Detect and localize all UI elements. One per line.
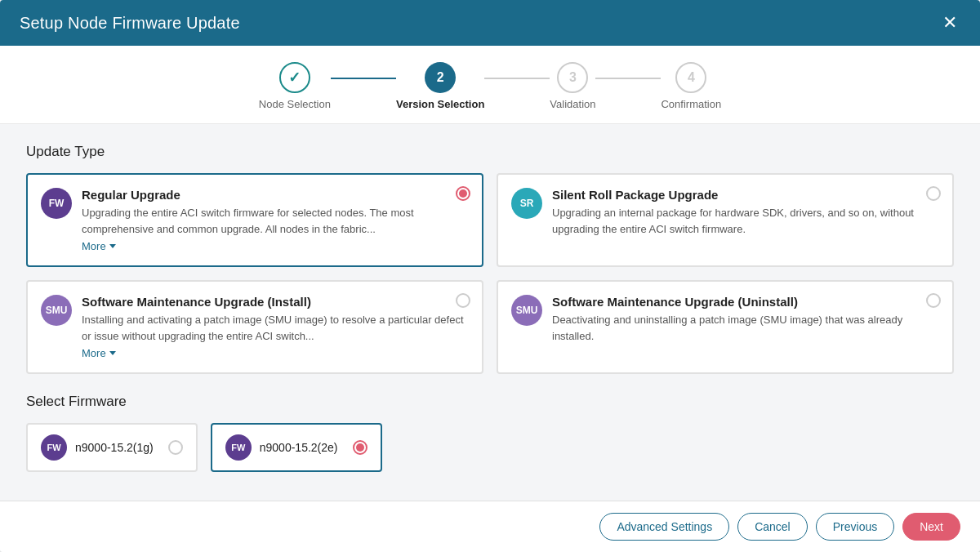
firmware-1-label: n9000-15.2(1g) (75, 441, 154, 454)
card-silent-radio[interactable] (926, 186, 941, 201)
card-smu-install-more[interactable]: More (82, 347, 469, 359)
step-2-label: Version Selection (396, 98, 484, 110)
firmware-2-radio-inner (356, 443, 364, 452)
step-4-label: Confirmation (661, 98, 721, 110)
step-3-label: Validation (550, 98, 595, 110)
advanced-settings-button[interactable]: Advanced Settings (599, 513, 729, 541)
card-silent-roll[interactable]: SR Silent Roll Package Upgrade Upgrading… (497, 173, 954, 267)
card-silent-title: Silent Roll Package Upgrade (552, 188, 939, 202)
card-smu-install-radio[interactable] (456, 293, 470, 308)
firmware-1-radio[interactable] (168, 440, 183, 455)
close-button[interactable]: ✕ (939, 11, 960, 35)
step-4-circle: 4 (675, 62, 706, 93)
stepper: ✓ Node Selection 2 Version Selection 3 V… (259, 62, 721, 110)
card-smu-install[interactable]: SMU Software Maintenance Upgrade (Instal… (26, 280, 483, 374)
step-3: 3 Validation (550, 62, 595, 110)
card-smu-uninstall[interactable]: SMU Software Maintenance Upgrade (Uninst… (497, 280, 954, 374)
update-type-grid: FW Regular Upgrade Upgrading the entire … (26, 173, 954, 374)
card-smu-install-title: Software Maintenance Upgrade (Install) (82, 295, 469, 309)
firmware-2-label: n9000-15.2(2e) (260, 441, 338, 454)
firmware-section: Select Firmware FW n9000-15.2(1g) FW n90… (26, 394, 954, 472)
card-smu-install-body: Software Maintenance Upgrade (Install) I… (82, 295, 469, 359)
card-regular-upgrade[interactable]: FW Regular Upgrade Upgrading the entire … (26, 173, 483, 267)
modal-header: Setup Node Firmware Update ✕ (0, 0, 980, 46)
card-smu-install-icon: SMU (41, 295, 72, 326)
connector-1-2 (331, 78, 396, 79)
firmware-2-radio[interactable] (353, 440, 368, 455)
step-4: 4 Confirmation (661, 62, 721, 110)
card-regular-radio[interactable] (456, 186, 470, 201)
radio-outer-silent (926, 186, 941, 201)
radio-outer (456, 186, 470, 201)
firmware-section-title: Select Firmware (26, 394, 954, 410)
card-silent-icon: SR (511, 188, 542, 219)
card-smu-install-desc: Installing and activating a patch image … (82, 312, 469, 344)
more-chevron-icon (109, 244, 116, 248)
previous-button[interactable]: Previous (816, 513, 894, 541)
step-1-circle: ✓ (279, 62, 310, 93)
modal-footer: Advanced Settings Cancel Previous Next (0, 501, 980, 552)
firmware-item-2[interactable]: FW n9000-15.2(2e) (211, 423, 382, 472)
card-smu-uninstall-body: Software Maintenance Upgrade (Uninstall)… (552, 295, 939, 344)
firmware-list: FW n9000-15.2(1g) FW n9000-15.2(2e) (26, 423, 954, 472)
step-3-circle: 3 (557, 62, 588, 93)
connector-2-3 (484, 78, 550, 79)
radio-outer-smu-uninstall (926, 293, 941, 308)
step-1-check: ✓ (288, 69, 301, 87)
card-regular-body: Regular Upgrade Upgrading the entire ACI… (82, 188, 469, 252)
card-smu-uninstall-icon: SMU (511, 295, 542, 326)
setup-modal: Setup Node Firmware Update ✕ ✓ Node Sele… (0, 0, 980, 552)
stepper-area: ✓ Node Selection 2 Version Selection 3 V… (0, 46, 980, 124)
card-silent-desc: Upgrading an internal package for hardwa… (552, 205, 939, 237)
cancel-button[interactable]: Cancel (737, 513, 808, 541)
firmware-2-icon: FW (225, 434, 252, 461)
radio-inner (459, 189, 467, 198)
modal-title: Setup Node Firmware Update (20, 14, 240, 33)
connector-3-4 (595, 78, 661, 79)
step-2: 2 Version Selection (396, 62, 484, 110)
card-regular-more[interactable]: More (82, 240, 469, 252)
step-2-circle: 2 (425, 62, 456, 93)
modal-body: Update Type FW Regular Upgrade Upgrading… (0, 124, 980, 501)
firmware-1-icon: FW (41, 434, 67, 461)
card-regular-icon: FW (41, 188, 72, 219)
next-button[interactable]: Next (902, 513, 960, 541)
step-1: ✓ Node Selection (259, 62, 331, 110)
card-regular-desc: Upgrading the entire ACI switch firmware… (82, 205, 469, 237)
update-type-title: Update Type (26, 144, 954, 160)
card-regular-title: Regular Upgrade (82, 188, 469, 202)
card-silent-body: Silent Roll Package Upgrade Upgrading an… (552, 188, 939, 237)
card-smu-uninstall-title: Software Maintenance Upgrade (Uninstall) (552, 295, 939, 309)
radio-outer-smu-install (456, 293, 470, 308)
card-smu-uninstall-radio[interactable] (926, 293, 941, 308)
more-chevron-install-icon (109, 351, 116, 355)
step-1-label: Node Selection (259, 98, 331, 110)
card-smu-uninstall-desc: Deactivating and uninstalling a patch im… (552, 312, 939, 344)
firmware-item-1[interactable]: FW n9000-15.2(1g) (26, 423, 198, 472)
